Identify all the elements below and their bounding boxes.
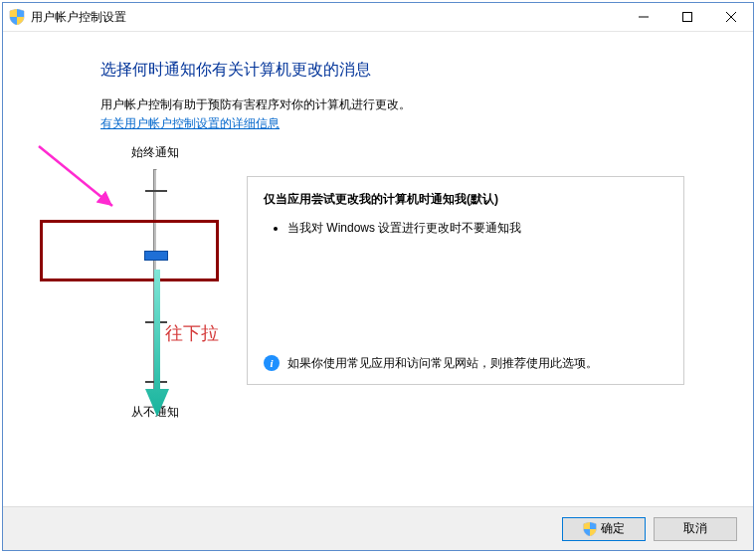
ok-button-label: 确定 bbox=[601, 520, 625, 537]
slider-track[interactable] bbox=[153, 169, 157, 396]
help-link[interactable]: 有关用户帐户控制设置的详细信息 bbox=[100, 116, 280, 130]
slider-label-never: 从不通知 bbox=[110, 404, 200, 421]
info-icon: i bbox=[264, 355, 280, 371]
svg-line-4 bbox=[39, 146, 112, 206]
window-title: 用户帐户控制设置 bbox=[31, 9, 126, 26]
content-area: 选择何时通知你有关计算机更改的消息 用户帐户控制有助于预防有害程序对你的计算机进… bbox=[3, 32, 753, 132]
slider-tick bbox=[145, 190, 167, 192]
page-heading: 选择何时通知你有关计算机更改的消息 bbox=[100, 60, 713, 81]
shield-icon bbox=[9, 9, 25, 25]
cancel-button-label: 取消 bbox=[683, 520, 707, 537]
level-bullet-list: 当我对 Windows 设置进行更改时不要通知我 bbox=[264, 220, 667, 237]
close-button[interactable] bbox=[709, 3, 753, 31]
titlebar[interactable]: 用户帐户控制设置 bbox=[3, 3, 753, 31]
shield-icon bbox=[583, 522, 597, 536]
minimize-button[interactable] bbox=[622, 3, 665, 31]
slider-label-always: 始终通知 bbox=[110, 144, 200, 161]
ok-button[interactable]: 确定 bbox=[562, 517, 646, 541]
level-bullet: 当我对 Windows 设置进行更改时不要通知我 bbox=[287, 220, 667, 237]
slider-tick bbox=[145, 321, 167, 323]
svg-rect-1 bbox=[683, 13, 692, 22]
slider-thumb[interactable] bbox=[144, 251, 168, 261]
level-title: 仅当应用尝试更改我的计算机时通知我(默认) bbox=[264, 191, 667, 208]
notification-slider: 始终通知 从不通知 bbox=[110, 144, 200, 421]
dialog-footer: 确定 取消 bbox=[3, 506, 753, 550]
maximize-button[interactable] bbox=[665, 3, 709, 31]
slider-tick bbox=[145, 381, 167, 383]
uac-settings-window: 用户帐户控制设置 选择何时通知你有关计算机更改的消息 用户帐户控制有助于预防有害… bbox=[2, 2, 754, 551]
recommendation-text: 如果你使用常见应用和访问常见网站，则推荐使用此选项。 bbox=[287, 355, 598, 372]
window-controls bbox=[622, 3, 753, 31]
recommendation: i 如果你使用常见应用和访问常见网站，则推荐使用此选项。 bbox=[264, 355, 667, 372]
cancel-button[interactable]: 取消 bbox=[654, 517, 737, 541]
page-description: 用户帐户控制有助于预防有害程序对你的计算机进行更改。 bbox=[100, 96, 713, 113]
level-detail-panel: 仅当应用尝试更改我的计算机时通知我(默认) 当我对 Windows 设置进行更改… bbox=[247, 176, 684, 385]
